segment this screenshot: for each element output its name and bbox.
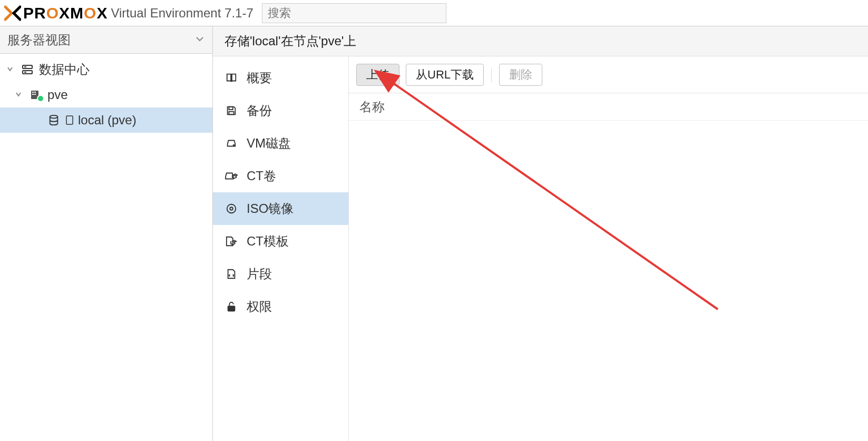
nav-snippet[interactable]: 片段 — [213, 258, 348, 290]
nav-label: 备份 — [247, 102, 272, 119]
svg-rect-12 — [229, 112, 233, 115]
resource-tree: 数据中心 pve — [0, 54, 212, 133]
svg-rect-6 — [34, 92, 36, 93]
button-label: 上传 — [366, 67, 389, 83]
app-header: PROXMOX Virtual Environment 7.1-7 — [0, 0, 868, 26]
upload-button[interactable]: 上传 — [356, 64, 399, 86]
download-from-url-button[interactable]: 从URL下载 — [406, 64, 484, 86]
tree-node-local-storage[interactable]: local (pve) — [0, 107, 212, 133]
tree-node-label: local (pve) — [78, 113, 212, 128]
hdd-cube-icon — [225, 170, 238, 182]
tree-node-label: 数据中心 — [39, 61, 212, 78]
delete-button[interactable]: 删除 — [499, 64, 542, 86]
nav-permissions[interactable]: 权限 — [213, 290, 348, 323]
svg-rect-8 — [34, 94, 36, 95]
tree-node-label: pve — [47, 87, 212, 102]
column-label: 名称 — [359, 99, 385, 115]
view-selector-label: 服务器视图 — [7, 32, 71, 48]
nav-label: 片段 — [247, 266, 272, 282]
brand-logo: PROXMOX — [4, 4, 108, 22]
nav-summary[interactable]: 概要 — [213, 62, 348, 94]
proxmox-x-icon — [4, 5, 21, 22]
content-body: 概要 备份 VM磁盘 — [213, 56, 868, 441]
node-icon — [28, 89, 43, 101]
main-layout: 服务器视图 数据中心 — [0, 26, 868, 441]
nav-label: CT模板 — [247, 233, 289, 250]
content-toolbar: 上传 从URL下载 删除 — [349, 56, 868, 93]
nav-backup[interactable]: 备份 — [213, 94, 348, 127]
nav-vmdisk[interactable]: VM磁盘 — [213, 127, 348, 160]
svg-rect-1 — [23, 71, 32, 74]
svg-rect-10 — [66, 116, 73, 124]
expand-icon[interactable] — [15, 90, 24, 101]
resource-tree-pane: 服务器视图 数据中心 — [0, 26, 213, 441]
svg-rect-11 — [229, 107, 232, 110]
disc-icon — [225, 203, 238, 214]
search-input[interactable] — [262, 3, 446, 23]
book-icon — [225, 72, 238, 84]
file-code-icon — [225, 268, 238, 280]
content-pane: 存储'local'在节点'pve'上 概要 备份 — [213, 26, 868, 441]
nav-cttmpl[interactable]: CT模板 — [213, 225, 348, 258]
nav-iso[interactable]: ISO镜像 — [213, 192, 348, 225]
status-online-icon — [37, 95, 44, 102]
search-container — [262, 3, 446, 23]
svg-point-14 — [227, 204, 236, 213]
storage-side-nav: 概要 备份 VM磁盘 — [213, 56, 349, 441]
unlock-icon — [225, 301, 238, 312]
tree-node-datacenter[interactable]: 数据中心 — [0, 57, 212, 82]
toolbar-separator — [491, 67, 492, 82]
expand-icon[interactable] — [6, 64, 16, 75]
nav-label: 权限 — [247, 298, 272, 315]
svg-rect-5 — [32, 92, 34, 93]
nav-label: 概要 — [247, 70, 272, 86]
content-title: 存储'local'在节点'pve'上 — [213, 26, 868, 56]
column-header-name[interactable]: 名称 — [349, 93, 868, 121]
svg-rect-16 — [228, 306, 235, 311]
content-list-area: 上传 从URL下载 删除 名称 — [349, 56, 868, 441]
svg-point-9 — [50, 115, 58, 119]
nav-label: ISO镜像 — [247, 200, 294, 217]
nav-label: CT卷 — [247, 168, 276, 184]
view-selector[interactable]: 服务器视图 — [0, 26, 212, 54]
server-icon — [20, 63, 35, 76]
file-icon — [65, 115, 74, 125]
tree-node-pve[interactable]: pve — [0, 82, 212, 107]
nav-ctvol[interactable]: CT卷 — [213, 160, 348, 192]
button-label: 从URL下载 — [416, 67, 474, 83]
button-label: 删除 — [509, 67, 532, 83]
version-label: Virtual Environment 7.1-7 — [111, 6, 253, 21]
hdd-icon — [225, 138, 238, 149]
file-cube-icon — [225, 236, 238, 247]
database-icon — [46, 114, 61, 126]
chevron-down-icon — [194, 33, 205, 47]
svg-point-15 — [230, 207, 233, 210]
svg-rect-0 — [23, 65, 32, 68]
svg-rect-7 — [32, 94, 34, 95]
floppy-icon — [225, 105, 238, 116]
nav-label: VM磁盘 — [247, 135, 291, 152]
brand-text: PROXMOX — [23, 4, 108, 22]
svg-point-13 — [233, 145, 235, 146]
